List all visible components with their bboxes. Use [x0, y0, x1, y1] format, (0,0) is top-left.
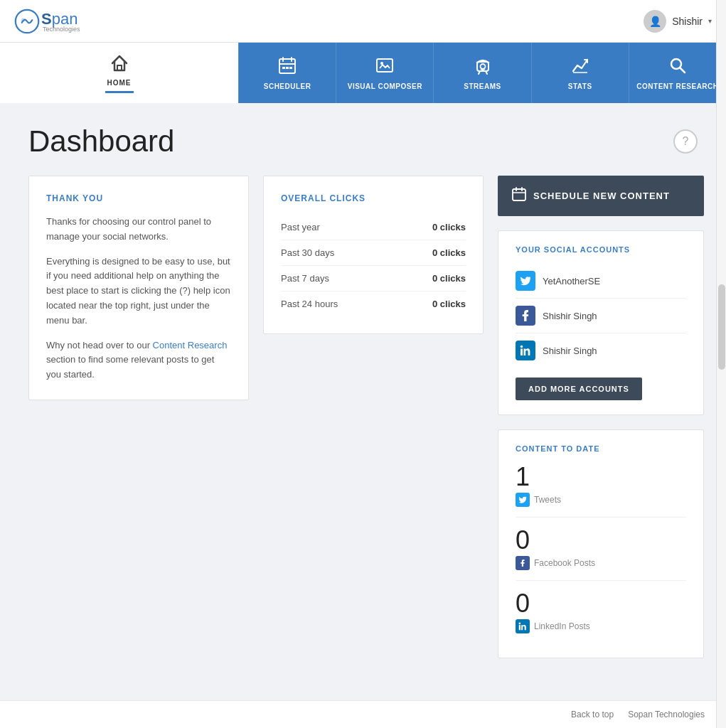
svg-rect-17 [513, 189, 525, 200]
linkedin-posts-label: LinkedIn Posts [516, 619, 686, 633]
thank-you-p3: Why not head over to our Content Researc… [46, 338, 231, 382]
svg-rect-3 [279, 59, 295, 73]
svg-rect-21 [521, 349, 523, 356]
social-account-linkedin: Shishir Singh [516, 333, 686, 368]
social-accounts-title: YOUR SOCIAL ACCOUNTS [516, 245, 686, 254]
main-content: Dashboard ? THANK YOU Thanks for choosin… [0, 103, 726, 687]
scrollbar-track [716, 0, 726, 728]
nav-stats[interactable]: STATS [531, 43, 629, 103]
logo: Span Technologies [14, 9, 80, 34]
schedule-new-content-button[interactable]: SCHEDULE NEW CONTENT [498, 176, 704, 216]
nav-items: SCHEDULER VISUAL COMPOSER [238, 43, 726, 103]
content-to-date-title: CONTENT TO DATE [516, 444, 686, 453]
svg-rect-10 [377, 59, 393, 72]
facebook-count: 0 [516, 528, 686, 553]
overall-clicks-title: OVERALL CLICKS [281, 193, 466, 203]
right-column: SCHEDULE NEW CONTENT YOUR SOCIAL ACCOUNT… [498, 176, 704, 658]
thank-you-body: Thanks for choosing our control panel to… [46, 215, 231, 382]
clicks-past-7-value: 0 clicks [432, 273, 466, 284]
user-menu[interactable]: 👤 Shishir ▾ [644, 10, 712, 33]
tweets-text: Tweets [534, 495, 561, 505]
tweets-count: 1 [516, 464, 686, 490]
svg-point-1 [21, 18, 25, 21]
clicks-past-24-value: 0 clicks [432, 299, 466, 309]
linkedin-count: 0 [516, 591, 686, 616]
clicks-past-year-label: Past year [281, 222, 320, 232]
user-name: Shishir [672, 16, 703, 27]
svg-rect-9 [289, 67, 292, 69]
linkedin-posts-text: LinkedIn Posts [534, 621, 590, 631]
logo-icon [14, 9, 40, 34]
chevron-down-icon: ▾ [708, 17, 712, 25]
facebook-account-name: Shishir Singh [543, 311, 597, 321]
home-label: HOME [107, 79, 132, 87]
help-button[interactable]: ? [673, 129, 698, 154]
nav-content-research[interactable]: CONTENT RESEARCH [629, 43, 726, 103]
content-research-label: CONTENT RESEARCH [636, 82, 718, 90]
clicks-past-7-label: Past 7 days [281, 273, 329, 284]
social-account-facebook: Shishir Singh [516, 299, 686, 333]
svg-rect-23 [519, 625, 521, 630]
avatar: 👤 [644, 10, 666, 33]
twitter-icon [516, 271, 535, 291]
company-link[interactable]: Sopan Technologies [628, 710, 705, 719]
clicks-rows: Past year 0 clicks Past 30 days 0 clicks… [281, 215, 466, 316]
add-accounts-button[interactable]: ADD MORE ACCOUNTS [516, 378, 642, 400]
twitter-account-name: YetAnotherSE [543, 276, 600, 287]
svg-point-11 [380, 62, 383, 65]
social-account-twitter: YetAnotherSE [516, 264, 686, 299]
facebook-posts-text: Facebook Posts [534, 558, 595, 568]
content-stat-facebook: 0 Facebook Posts [516, 528, 686, 581]
clicks-past-24-label: Past 24 hours [281, 299, 338, 309]
svg-rect-7 [282, 67, 285, 69]
logo-subtitle: Technologies [43, 26, 80, 33]
home-icon [110, 53, 129, 76]
home-underline [105, 91, 134, 93]
overall-clicks-card: OVERALL CLICKS Past year 0 clicks Past 3… [263, 176, 484, 334]
svg-line-16 [680, 68, 685, 73]
tweets-twitter-icon [516, 493, 530, 507]
nav-home[interactable]: HOME [0, 43, 238, 103]
content-stat-linkedin: 0 LinkedIn Posts [516, 591, 686, 643]
clicks-past-year: Past year 0 clicks [281, 215, 466, 240]
clicks-past-30: Past 30 days 0 clicks [281, 240, 466, 266]
nav-streams[interactable]: STREAMS [433, 43, 530, 103]
nav-bar: HOME SCHEDULER [0, 43, 726, 103]
back-to-top-link[interactable]: Back to top [571, 710, 614, 719]
content-to-date-card: CONTENT TO DATE 1 Tweets 0 [498, 429, 704, 658]
facebook-posts-label: Facebook Posts [516, 556, 686, 570]
svg-point-24 [519, 623, 521, 625]
linkedin-posts-icon [516, 619, 530, 633]
schedule-btn-label: SCHEDULE NEW CONTENT [533, 191, 670, 201]
tweets-label: Tweets [516, 493, 686, 507]
social-accounts-card: YOUR SOCIAL ACCOUNTS YetAnotherSE [498, 230, 704, 415]
linkedin-account-name: Shishir Singh [543, 346, 597, 356]
thank-you-p1: Thanks for choosing our control panel to… [46, 215, 231, 245]
page-title: Dashboard [28, 124, 174, 159]
facebook-posts-icon [516, 556, 530, 570]
clicks-past-30-label: Past 30 days [281, 247, 334, 258]
page-header: Dashboard ? [28, 124, 698, 159]
scrollbar-thumb[interactable] [718, 284, 725, 370]
top-bar: Span Technologies 👤 Shishir ▾ [0, 0, 726, 43]
stats-icon [570, 55, 590, 78]
nav-visual-composer[interactable]: VISUAL COMPOSER [336, 43, 433, 103]
clicks-past-year-value: 0 clicks [432, 222, 466, 232]
content-stat-tweets: 1 Tweets [516, 464, 686, 518]
calendar-icon [512, 187, 526, 205]
thank-you-p2: Everything is designed to be easy to use… [46, 255, 231, 328]
thank-you-card: THANK YOU Thanks for choosing our contro… [28, 176, 249, 400]
thank-you-title: THANK YOU [46, 193, 231, 203]
nav-scheduler[interactable]: SCHEDULER [238, 43, 336, 103]
visual-composer-label: VISUAL COMPOSER [348, 82, 422, 90]
content-research-link[interactable]: Content Research [153, 340, 228, 350]
content-research-icon [668, 55, 688, 78]
page-footer: Back to top Sopan Technologies [0, 700, 726, 728]
svg-point-13 [480, 64, 485, 69]
clicks-past-7: Past 7 days 0 clicks [281, 266, 466, 291]
stats-label: STATS [568, 82, 592, 90]
dashboard-grid: THANK YOU Thanks for choosing our contro… [28, 176, 698, 658]
facebook-icon [516, 306, 535, 326]
visual-composer-icon [375, 55, 395, 78]
scheduler-icon [277, 55, 297, 78]
